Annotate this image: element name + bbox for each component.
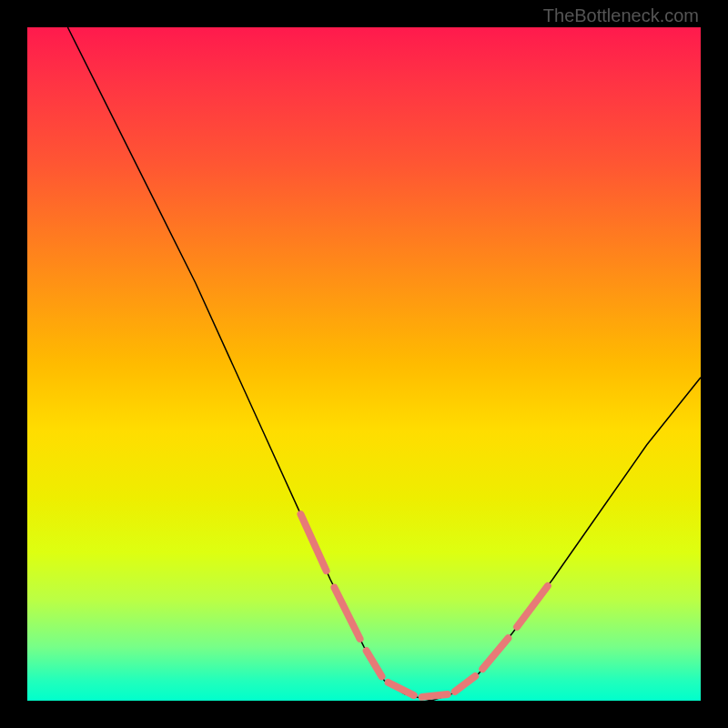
main-curve-path bbox=[67, 27, 701, 701]
watermark-text: TheBottleneck.com bbox=[543, 5, 699, 26]
main-curve-group bbox=[67, 27, 701, 701]
highlight-dash bbox=[517, 586, 548, 627]
plot-area bbox=[27, 27, 701, 701]
curve-svg bbox=[27, 27, 701, 701]
highlight-dashes-group bbox=[300, 514, 547, 697]
chart-container: TheBottleneck.com bbox=[0, 0, 728, 728]
highlight-dash bbox=[300, 514, 326, 571]
highlight-dash bbox=[334, 588, 359, 639]
highlight-dash bbox=[482, 638, 508, 669]
highlight-dash bbox=[389, 682, 414, 695]
highlight-dash bbox=[422, 694, 448, 697]
highlight-dash bbox=[367, 651, 382, 676]
highlight-dash bbox=[455, 676, 475, 692]
